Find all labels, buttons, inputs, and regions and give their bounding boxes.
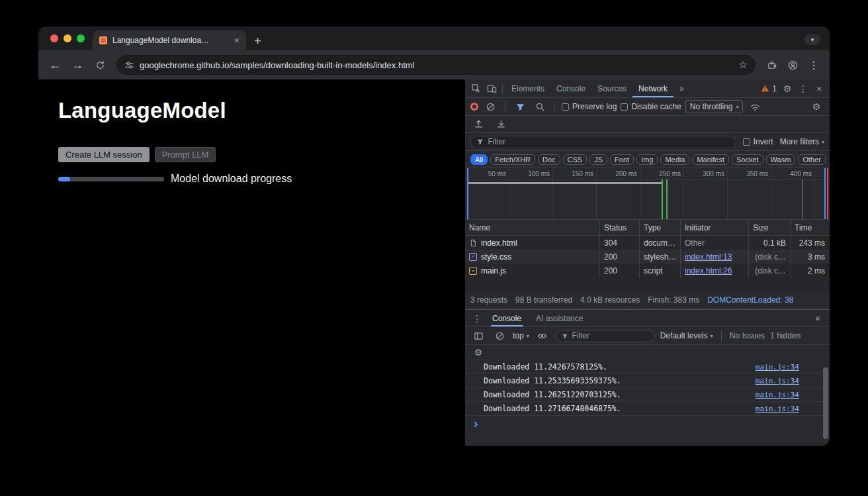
- new-tab-button[interactable]: +: [254, 34, 261, 47]
- extensions-button[interactable]: [762, 56, 781, 74]
- column-initiator[interactable]: Initiator: [681, 220, 749, 235]
- console-filter-wrap[interactable]: [556, 330, 655, 342]
- more-filters-dropdown[interactable]: More filters ▾: [780, 137, 824, 146]
- log-levels-dropdown[interactable]: Default levels ▾: [660, 331, 713, 340]
- filter-toggle-button[interactable]: [512, 99, 528, 115]
- message-source-link[interactable]: main.js:34: [756, 363, 799, 372]
- network-settings-button[interactable]: ⚙: [808, 99, 824, 115]
- export-har-button[interactable]: [493, 117, 509, 132]
- tab-elements[interactable]: Elements: [505, 79, 550, 97]
- chip-other[interactable]: Other: [798, 154, 826, 165]
- message-source-link[interactable]: main.js:34: [756, 405, 799, 413]
- address-bar[interactable]: googlechrome.github.io/samples/downloadi…: [116, 55, 756, 75]
- disable-cache-checkbox[interactable]: Disable cache: [621, 102, 681, 111]
- drawer-close-button[interactable]: ×: [810, 311, 826, 326]
- console-sidebar-button[interactable]: [470, 328, 486, 344]
- browser-tab[interactable]: LanguageModel downloadpro ×: [93, 30, 246, 50]
- network-conditions-button[interactable]: [747, 99, 763, 115]
- console-prompt[interactable]: [465, 416, 830, 433]
- tab-search-button[interactable]: ▾: [804, 34, 820, 45]
- column-name[interactable]: Name: [465, 220, 600, 235]
- table-row[interactable]: ✓ style.css 200 stylesh… index.html:13 (…: [465, 250, 830, 264]
- chip-media[interactable]: Media: [660, 154, 689, 165]
- tab-favicon-icon: [99, 36, 107, 44]
- issues-counter[interactable]: 1: [758, 84, 779, 93]
- tab-network[interactable]: Network: [632, 79, 673, 97]
- clear-network-log-button[interactable]: [482, 99, 498, 115]
- import-har-button[interactable]: [470, 117, 486, 132]
- chip-css[interactable]: CSS: [563, 154, 587, 165]
- device-toolbar-button[interactable]: [484, 81, 499, 97]
- window-content: LanguageModel Create LLM session Prompt …: [38, 79, 830, 446]
- forward-button[interactable]: →: [67, 55, 87, 75]
- hidden-messages-count[interactable]: 1 hidden: [770, 331, 801, 340]
- transferred: 98 B transferred: [515, 295, 572, 305]
- reload-icon: [95, 60, 105, 70]
- network-search-button[interactable]: [532, 99, 548, 115]
- chip-socket[interactable]: Socket: [732, 154, 763, 165]
- console-filter-input[interactable]: [572, 331, 648, 340]
- console-scrollbar[interactable]: [823, 368, 828, 439]
- table-row[interactable]: • main.js 200 script index.html:26 (disk…: [465, 264, 830, 277]
- create-llm-session-button[interactable]: Create LLM session: [58, 147, 150, 162]
- close-window-button[interactable]: [50, 34, 58, 42]
- clear-console-button[interactable]: [492, 328, 507, 344]
- browser-menu-button[interactable]: ⋮: [804, 56, 823, 74]
- record-network-log-button[interactable]: [470, 103, 478, 111]
- table-row[interactable]: index.html 304 docum… Other 0.1 kB 243 m…: [465, 236, 830, 250]
- request-initiator-link[interactable]: index.html:26: [685, 266, 732, 275]
- chip-manifest[interactable]: Manifest: [692, 154, 729, 165]
- throttling-dropdown[interactable]: No throttling ▾: [685, 100, 744, 113]
- message-source-link[interactable]: main.js:34: [756, 377, 799, 385]
- dcl-time[interactable]: DOMContentLoaded: 38: [707, 295, 793, 305]
- devtools-menu-button[interactable]: ⋮: [795, 81, 811, 97]
- tab-close-icon[interactable]: ×: [234, 36, 239, 45]
- preserve-log-checkbox[interactable]: Preserve log: [562, 102, 617, 111]
- sidebar-panel-icon: [474, 331, 484, 341]
- warning-icon: [761, 84, 769, 93]
- drawer-menu-button[interactable]: ⋮: [469, 311, 485, 326]
- chip-all[interactable]: All: [470, 154, 488, 165]
- tick-label: 400 ms: [779, 170, 812, 177]
- request-size: (disk c…: [749, 264, 791, 277]
- chip-fetch-xhr[interactable]: Fetch/XHR: [490, 154, 535, 165]
- message-source-link[interactable]: main.js:34: [756, 391, 799, 399]
- network-overview-timeline[interactable]: 50 ms 100 ms 150 ms 200 ms 250 ms 300 ms…: [465, 168, 830, 220]
- tab-console[interactable]: Console: [550, 79, 591, 97]
- profile-button[interactable]: [783, 56, 802, 74]
- devtools-settings-button[interactable]: ⚙: [779, 81, 795, 97]
- chip-doc[interactable]: Doc: [538, 154, 560, 165]
- more-tabs-button[interactable]: »: [673, 79, 690, 97]
- reload-button[interactable]: [90, 55, 110, 75]
- drawer-tab-ai-assistance[interactable]: AI assistance: [535, 310, 584, 326]
- context-selector[interactable]: top ▾: [513, 331, 529, 340]
- minimize-window-button[interactable]: [64, 34, 71, 42]
- chip-font[interactable]: Font: [610, 154, 634, 165]
- live-expression-button[interactable]: [535, 328, 550, 344]
- devtools-close-button[interactable]: ×: [811, 81, 827, 97]
- chip-js[interactable]: JS: [589, 154, 607, 165]
- chip-wasm[interactable]: Wasm: [766, 154, 796, 165]
- column-time[interactable]: Time: [791, 220, 829, 235]
- back-button[interactable]: ←: [45, 55, 65, 75]
- request-count: 3 requests: [470, 295, 507, 305]
- issues-status[interactable]: No Issues: [730, 331, 765, 340]
- column-size[interactable]: Size: [749, 220, 791, 235]
- preserve-log-label: Preserve log: [572, 102, 617, 111]
- network-filter-input[interactable]: [488, 137, 730, 146]
- drawer-tab-console[interactable]: Console: [491, 310, 523, 326]
- request-initiator-link[interactable]: index.html:13: [685, 252, 732, 262]
- bookmark-star-icon[interactable]: ☆: [739, 59, 748, 71]
- tab-sources[interactable]: Sources: [591, 79, 632, 97]
- console-drawer: ⋮ Console AI assistance × top ▾: [465, 309, 830, 446]
- zoom-window-button[interactable]: [77, 34, 85, 42]
- invert-checkbox[interactable]: Invert: [743, 137, 773, 146]
- site-controls-icon[interactable]: [124, 60, 134, 70]
- console-settings-button[interactable]: ⚙: [470, 344, 486, 360]
- css-file-icon: ✓: [469, 253, 477, 261]
- inspect-element-button[interactable]: [468, 81, 484, 97]
- network-filter-input-wrap[interactable]: [470, 136, 736, 148]
- column-status[interactable]: Status: [600, 220, 640, 235]
- column-type[interactable]: Type: [640, 220, 681, 235]
- chip-img[interactable]: Img: [636, 154, 658, 165]
